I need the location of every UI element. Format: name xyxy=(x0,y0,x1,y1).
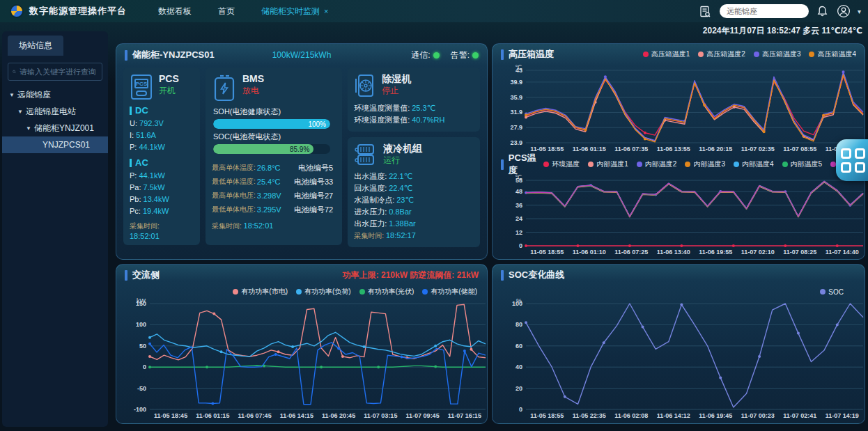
hv-temp-title: 高压箱温度 xyxy=(509,48,554,61)
svg-text:39.9: 39.9 xyxy=(510,79,522,86)
dehumidifier-status: 停止 xyxy=(382,85,411,97)
pcs-temp-title: PCS温度 xyxy=(509,152,543,177)
tree-node-pcs-selected[interactable]: YNJZPCS01 xyxy=(2,136,108,153)
avatar[interactable] xyxy=(837,4,851,18)
tab-station-info[interactable]: 场站信息 xyxy=(8,36,63,56)
bell-icon[interactable] xyxy=(816,4,830,18)
soc-bar: 85.9% xyxy=(213,144,330,154)
svg-text:11-07 00:23: 11-07 00:23 xyxy=(741,412,775,419)
app-root: 数字能源管理操作平台 数据看板 首页 储能柜实时监测× xyxy=(0,0,868,431)
ac-side-title: 交流侧 xyxy=(132,269,160,281)
pcs-temp-chart[interactable]: 01224364858℃11-05 18:5511-06 01:1011-06 … xyxy=(493,175,865,257)
bms-row: 最低单体温度:25.4°C电池编号33 xyxy=(212,175,336,189)
svg-text:60: 60 xyxy=(516,343,522,350)
svg-text:11-07 03:15: 11-07 03:15 xyxy=(364,412,397,419)
nav-tab-monitor[interactable]: 储能柜实时监测× xyxy=(261,6,328,17)
legend-dot-icon xyxy=(359,289,365,295)
legend-item[interactable]: 内部温度5 xyxy=(782,159,823,169)
legend-dot-icon xyxy=(809,52,814,57)
sidebar-search[interactable] xyxy=(8,63,102,81)
svg-text:11-07 08:55: 11-07 08:55 xyxy=(783,146,816,152)
chevron-down-icon[interactable]: ▾ xyxy=(858,8,861,15)
dehumidifier-title: 除湿机 xyxy=(382,73,411,85)
report-icon[interactable] xyxy=(699,4,713,18)
bms-title: BMS xyxy=(242,73,264,85)
svg-text:11-06 07:35: 11-06 07:35 xyxy=(614,146,648,152)
caret-icon[interactable]: ▼ xyxy=(17,109,23,115)
svg-text:50: 50 xyxy=(139,343,146,350)
station-search-input[interactable] xyxy=(720,4,809,18)
svg-text:23.9: 23.9 xyxy=(510,139,522,146)
legend-item[interactable]: 有功功率(市电) xyxy=(233,287,288,297)
nav-tab-dashboard[interactable]: 数据看板 xyxy=(158,6,192,17)
legend-dot-icon xyxy=(422,289,428,295)
soc-title: SOC变化曲线 xyxy=(509,269,564,281)
svg-text:48: 48 xyxy=(516,188,522,195)
ac-side-chart[interactable]: -100-50050100150kW11-05 18:4511-06 01:15… xyxy=(116,298,487,421)
soc-curve-panel: SOC变化曲线 SOC 020406080100%11-05 18:5511-0… xyxy=(492,264,865,424)
pcs-temp-header: PCS温度 环境温度内部温度1内部温度2内部温度3内部温度4内部温度5内部温度6 xyxy=(493,154,865,175)
cooling-unit-status: 运行 xyxy=(383,155,422,166)
pcs-dc-row: P: 44.1kW xyxy=(130,141,194,153)
tree-node-cabinet[interactable]: ▼储能柜YNJZ001 xyxy=(2,120,108,136)
legend-dot-icon xyxy=(588,162,594,167)
tree-node-station-group[interactable]: ▼远能锦座 xyxy=(2,86,108,103)
svg-text:11-07 09:45: 11-07 09:45 xyxy=(406,412,440,419)
svg-text:11-06 19:55: 11-06 19:55 xyxy=(699,249,732,256)
bms-row: 最低单体电压:3.295V电池编号72 xyxy=(212,203,336,217)
soc-chart[interactable]: 020406080100%11-05 18:5511-05 22:3511-06… xyxy=(493,298,865,421)
tree-node-plant[interactable]: ▼远能锦座电站 xyxy=(2,103,108,120)
ac-section-title: AC xyxy=(130,157,194,168)
svg-text:11-06 19:45: 11-06 19:45 xyxy=(699,412,732,419)
legend-item[interactable]: 高压箱温度3 xyxy=(754,49,801,59)
svg-text:11-06 14:15: 11-06 14:15 xyxy=(280,412,313,419)
legend-item[interactable]: 有功功率(负荷) xyxy=(296,287,351,297)
caret-icon[interactable]: ▼ xyxy=(9,92,15,98)
legend-item[interactable]: 有功功率(光伏) xyxy=(359,287,414,297)
accent-bar xyxy=(125,50,127,61)
svg-text:40: 40 xyxy=(516,363,522,370)
pcs-ac-row: Pc: 19.4kW xyxy=(130,205,194,217)
cooling-row: 出水压力: 1.38Bar xyxy=(354,218,474,230)
svg-text:11-06 20:45: 11-06 20:45 xyxy=(322,412,355,419)
legend-item[interactable]: 高压箱温度4 xyxy=(809,49,856,59)
pcs-ac-row: P: 44.1kW xyxy=(130,170,194,182)
legend-item[interactable]: 高压箱温度2 xyxy=(698,49,745,59)
legend-item[interactable]: 内部温度3 xyxy=(685,159,725,169)
svg-text:-50: -50 xyxy=(137,385,146,392)
bms-card: BMS 放电 SOH(电池健康状态) 100% SOC(电池荷电状态) 85.9… xyxy=(206,68,342,245)
legend-item[interactable]: 内部温度4 xyxy=(734,159,774,169)
tab-close-icon[interactable]: × xyxy=(324,7,328,15)
caret-icon[interactable]: ▼ xyxy=(26,125,31,132)
legend-item[interactable]: SOC xyxy=(820,288,844,296)
legend-item[interactable]: 环境温度 xyxy=(543,159,580,169)
legend-item[interactable]: 高压箱温度1 xyxy=(643,49,690,59)
legend-item[interactable]: 内部温度1 xyxy=(588,159,628,169)
cooling-row: 进水压力: 0.8Bar xyxy=(354,206,474,218)
cooling-unit-card: 液冷机组 运行 出水温度: 22.1℃ 回水温度: 22.4℃ 水温制冷点: 2… xyxy=(348,137,480,247)
tree-search-input[interactable] xyxy=(20,68,98,76)
svg-text:11-07 16:15: 11-07 16:15 xyxy=(448,412,481,419)
legend-item[interactable]: 内部温度2 xyxy=(637,159,677,169)
quick-menu-button[interactable] xyxy=(836,139,868,181)
temperature-panel: 高压箱温度 高压箱温度1高压箱温度2高压箱温度3高压箱温度4 23.927.93… xyxy=(492,43,865,260)
soh-bar-fill: 100% xyxy=(213,119,330,129)
svg-text:27.9: 27.9 xyxy=(510,124,522,131)
ac-side-panel: 交流侧 功率上限: 210kW 防逆流阈值: 21kW 有功功率(市电)有功功率… xyxy=(116,264,488,424)
legend-dot-icon xyxy=(782,162,788,167)
hv-temp-chart[interactable]: 23.927.931.935.939.943℃11-05 18:5511-06 … xyxy=(493,65,865,154)
station-tree: ▼远能锦座 ▼远能锦座电站 ▼储能柜YNJZ001 YNJZPCS01 xyxy=(2,86,108,153)
legend-dot-icon xyxy=(830,162,836,167)
ac-side-header: 交流侧 功率上限: 210kW 防逆流阈值: 21kW xyxy=(116,265,487,285)
legend-item[interactable]: 有功功率(储能) xyxy=(422,287,477,297)
legend-dot-icon xyxy=(637,162,642,167)
svg-text:20: 20 xyxy=(516,385,522,392)
alarm-status-dot xyxy=(472,52,479,58)
dehumidifier-icon xyxy=(354,73,376,98)
svg-text:11-06 02:08: 11-06 02:08 xyxy=(614,412,648,419)
nav-tab-home[interactable]: 首页 xyxy=(218,6,235,17)
pcs-ac-row: Pa: 7.5kW xyxy=(130,182,194,194)
svg-text:℃: ℃ xyxy=(515,175,522,181)
cabinet-status: 通信: 告警: xyxy=(411,49,479,61)
cabinet-title: 储能柜-YNJZPCS01 xyxy=(132,49,215,61)
